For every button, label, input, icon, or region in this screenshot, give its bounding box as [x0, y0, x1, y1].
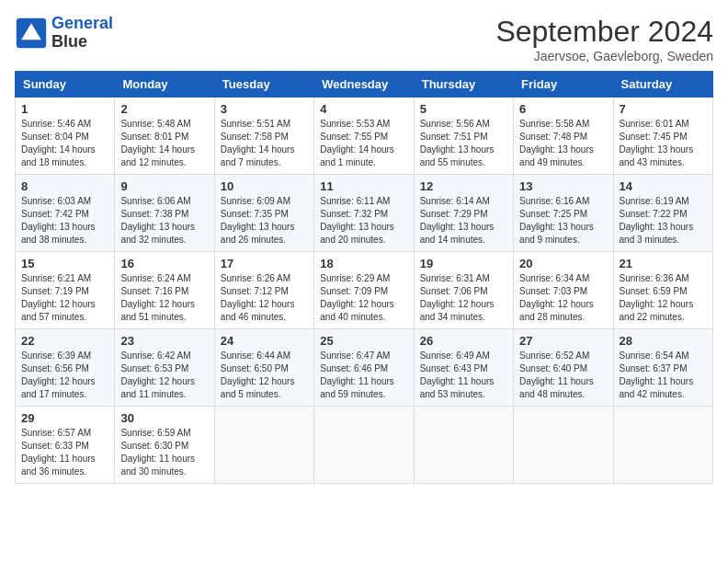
- day-info: Sunrise: 6:26 AM Sunset: 7:12 PM Dayligh…: [221, 272, 308, 324]
- day-number: 13: [519, 179, 607, 193]
- calendar-table: SundayMondayTuesdayWednesdayThursdayFrid…: [15, 71, 713, 484]
- day-number: 24: [221, 334, 308, 348]
- day-number: 12: [420, 179, 507, 193]
- day-info: Sunrise: 6:03 AM Sunset: 7:42 PM Dayligh…: [21, 195, 108, 247]
- calendar-cell: 17Sunrise: 6:26 AM Sunset: 7:12 PM Dayli…: [214, 252, 313, 329]
- day-number: 15: [21, 257, 108, 270]
- calendar-cell: 7Sunrise: 6:01 AM Sunset: 7:45 PM Daylig…: [613, 98, 712, 175]
- day-number: 21: [620, 257, 707, 270]
- day-info: Sunrise: 6:36 AM Sunset: 6:59 PM Dayligh…: [620, 272, 707, 324]
- title-block: September 2024 Jaervsoe, Gaevleborg, Swe…: [495, 15, 713, 63]
- logo-icon: [15, 17, 48, 50]
- calendar-cell: 24Sunrise: 6:44 AM Sunset: 6:50 PM Dayli…: [214, 329, 313, 407]
- day-info: Sunrise: 5:53 AM Sunset: 7:55 PM Dayligh…: [320, 118, 407, 169]
- calendar-cell: 1Sunrise: 5:46 AM Sunset: 8:04 PM Daylig…: [16, 98, 115, 175]
- day-number: 1: [21, 102, 108, 116]
- weekday-header: Thursday: [414, 72, 513, 98]
- day-number: 22: [21, 334, 108, 348]
- weekday-header: Saturday: [613, 72, 712, 98]
- day-number: 17: [221, 257, 308, 270]
- logo: General Blue: [15, 15, 113, 52]
- calendar-cell: 8Sunrise: 6:03 AM Sunset: 7:42 PM Daylig…: [16, 175, 115, 252]
- day-info: Sunrise: 6:31 AM Sunset: 7:06 PM Dayligh…: [420, 272, 507, 324]
- day-info: Sunrise: 6:47 AM Sunset: 6:46 PM Dayligh…: [320, 350, 407, 401]
- logo-text: General Blue: [51, 15, 113, 52]
- day-info: Sunrise: 6:01 AM Sunset: 7:45 PM Dayligh…: [620, 118, 707, 169]
- day-info: Sunrise: 5:48 AM Sunset: 8:01 PM Dayligh…: [120, 118, 208, 169]
- day-info: Sunrise: 6:44 AM Sunset: 6:50 PM Dayligh…: [221, 350, 308, 401]
- calendar-cell: 30Sunrise: 6:59 AM Sunset: 6:30 PM Dayli…: [115, 407, 214, 484]
- calendar-cell: 29Sunrise: 6:57 AM Sunset: 6:33 PM Dayli…: [16, 407, 115, 484]
- calendar-cell: 5Sunrise: 5:56 AM Sunset: 7:51 PM Daylig…: [414, 98, 513, 175]
- calendar-body: 1Sunrise: 5:46 AM Sunset: 8:04 PM Daylig…: [16, 98, 713, 484]
- calendar-week-row: 1Sunrise: 5:46 AM Sunset: 8:04 PM Daylig…: [16, 98, 713, 175]
- calendar-cell: 28Sunrise: 6:54 AM Sunset: 6:37 PM Dayli…: [613, 329, 712, 407]
- calendar-cell: 6Sunrise: 5:58 AM Sunset: 7:48 PM Daylig…: [514, 98, 613, 175]
- calendar-cell: 23Sunrise: 6:42 AM Sunset: 6:53 PM Dayli…: [115, 329, 214, 407]
- day-info: Sunrise: 6:24 AM Sunset: 7:16 PM Dayligh…: [120, 272, 208, 324]
- day-number: 28: [620, 334, 707, 348]
- day-number: 3: [221, 102, 308, 116]
- calendar-cell: [514, 407, 613, 484]
- month-title: September 2024: [495, 15, 713, 49]
- day-number: 19: [420, 257, 507, 270]
- day-number: 11: [320, 179, 407, 193]
- day-number: 4: [320, 102, 407, 116]
- calendar-cell: 21Sunrise: 6:36 AM Sunset: 6:59 PM Dayli…: [613, 252, 712, 329]
- calendar-cell: 10Sunrise: 6:09 AM Sunset: 7:35 PM Dayli…: [214, 175, 313, 252]
- calendar-cell: 19Sunrise: 6:31 AM Sunset: 7:06 PM Dayli…: [414, 252, 513, 329]
- calendar-cell: 3Sunrise: 5:51 AM Sunset: 7:58 PM Daylig…: [214, 98, 313, 175]
- day-number: 2: [120, 102, 208, 116]
- weekday-header: Wednesday: [314, 72, 414, 98]
- weekday-header: Sunday: [16, 72, 115, 98]
- day-number: 25: [320, 334, 407, 348]
- day-number: 14: [620, 179, 707, 193]
- day-info: Sunrise: 5:58 AM Sunset: 7:48 PM Dayligh…: [519, 118, 607, 169]
- day-info: Sunrise: 6:29 AM Sunset: 7:09 PM Dayligh…: [320, 272, 407, 324]
- day-number: 9: [120, 179, 208, 193]
- day-info: Sunrise: 5:46 AM Sunset: 8:04 PM Dayligh…: [21, 118, 108, 169]
- day-number: 16: [120, 257, 208, 270]
- weekday-header: Monday: [115, 72, 214, 98]
- day-info: Sunrise: 6:09 AM Sunset: 7:35 PM Dayligh…: [221, 195, 308, 247]
- calendar-cell: 27Sunrise: 6:52 AM Sunset: 6:40 PM Dayli…: [514, 329, 613, 407]
- calendar-week-row: 22Sunrise: 6:39 AM Sunset: 6:56 PM Dayli…: [16, 329, 713, 407]
- day-info: Sunrise: 6:34 AM Sunset: 7:03 PM Dayligh…: [519, 272, 607, 324]
- day-info: Sunrise: 6:42 AM Sunset: 6:53 PM Dayligh…: [120, 350, 208, 401]
- day-number: 7: [620, 102, 707, 116]
- day-number: 5: [420, 102, 507, 116]
- calendar-cell: 16Sunrise: 6:24 AM Sunset: 7:16 PM Dayli…: [115, 252, 214, 329]
- calendar-cell: 11Sunrise: 6:11 AM Sunset: 7:32 PM Dayli…: [314, 175, 414, 252]
- day-info: Sunrise: 6:06 AM Sunset: 7:38 PM Dayligh…: [120, 195, 208, 247]
- day-number: 18: [320, 257, 407, 270]
- day-info: Sunrise: 6:19 AM Sunset: 7:22 PM Dayligh…: [620, 195, 707, 247]
- calendar-cell: 9Sunrise: 6:06 AM Sunset: 7:38 PM Daylig…: [115, 175, 214, 252]
- day-number: 27: [519, 334, 607, 348]
- day-number: 8: [21, 179, 108, 193]
- calendar-cell: [314, 407, 414, 484]
- calendar-cell: 2Sunrise: 5:48 AM Sunset: 8:01 PM Daylig…: [115, 98, 214, 175]
- calendar-cell: 25Sunrise: 6:47 AM Sunset: 6:46 PM Dayli…: [314, 329, 414, 407]
- day-number: 23: [120, 334, 208, 348]
- calendar-cell: 15Sunrise: 6:21 AM Sunset: 7:19 PM Dayli…: [16, 252, 115, 329]
- day-number: 30: [120, 411, 208, 425]
- day-number: 26: [420, 334, 507, 348]
- calendar-week-row: 15Sunrise: 6:21 AM Sunset: 7:19 PM Dayli…: [16, 252, 713, 329]
- calendar-cell: [214, 407, 313, 484]
- calendar-week-row: 8Sunrise: 6:03 AM Sunset: 7:42 PM Daylig…: [16, 175, 713, 252]
- calendar-cell: 4Sunrise: 5:53 AM Sunset: 7:55 PM Daylig…: [314, 98, 414, 175]
- calendar-cell: 13Sunrise: 6:16 AM Sunset: 7:25 PM Dayli…: [514, 175, 613, 252]
- calendar-cell: 22Sunrise: 6:39 AM Sunset: 6:56 PM Dayli…: [16, 329, 115, 407]
- day-info: Sunrise: 6:54 AM Sunset: 6:37 PM Dayligh…: [620, 350, 707, 401]
- day-info: Sunrise: 6:14 AM Sunset: 7:29 PM Dayligh…: [420, 195, 507, 247]
- day-info: Sunrise: 6:49 AM Sunset: 6:43 PM Dayligh…: [420, 350, 507, 401]
- day-info: Sunrise: 6:11 AM Sunset: 7:32 PM Dayligh…: [320, 195, 407, 247]
- day-info: Sunrise: 6:59 AM Sunset: 6:30 PM Dayligh…: [120, 427, 208, 478]
- day-info: Sunrise: 5:51 AM Sunset: 7:58 PM Dayligh…: [221, 118, 308, 169]
- calendar-cell: 14Sunrise: 6:19 AM Sunset: 7:22 PM Dayli…: [613, 175, 712, 252]
- day-info: Sunrise: 6:16 AM Sunset: 7:25 PM Dayligh…: [519, 195, 607, 247]
- day-info: Sunrise: 6:52 AM Sunset: 6:40 PM Dayligh…: [519, 350, 607, 401]
- day-number: 20: [519, 257, 607, 270]
- weekday-header: Tuesday: [214, 72, 313, 98]
- calendar-cell: [613, 407, 712, 484]
